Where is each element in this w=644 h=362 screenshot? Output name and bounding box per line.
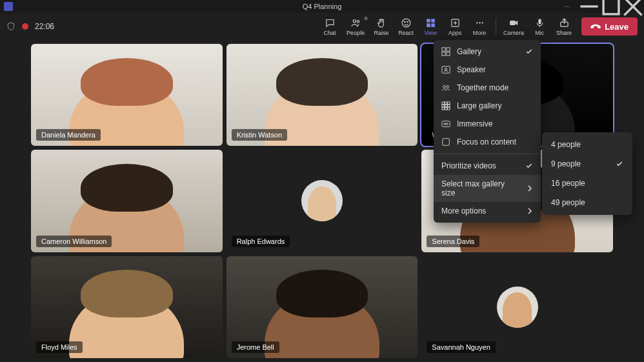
participant-name: Cameron Williamson (36, 236, 112, 247)
gallery-size-label: 4 people (551, 140, 581, 149)
gallery-size-option[interactable]: 16 people (542, 174, 632, 193)
people-button[interactable]: 9 People (342, 14, 369, 39)
view-option-gallery[interactable]: Gallery (434, 43, 541, 61)
focus-icon (441, 137, 450, 146)
mic-icon (534, 17, 545, 28)
minimize-button[interactable] (578, 0, 600, 13)
view-option-label: Prioritize videos (441, 161, 496, 170)
svg-rect-19 (510, 20, 516, 25)
view-option-together[interactable]: Together mode (434, 79, 541, 97)
chevron-right-icon (527, 184, 533, 193)
svg-rect-38 (448, 108, 450, 110)
svg-point-27 (445, 68, 447, 70)
svg-point-5 (357, 20, 359, 23)
svg-point-17 (479, 22, 480, 23)
apps-icon (450, 17, 461, 28)
window-more-icon[interactable]: ⋯ (556, 0, 578, 13)
more-button[interactable]: More (467, 14, 492, 39)
window-controls: ⋯ (556, 0, 644, 13)
maximize-button[interactable] (600, 0, 622, 13)
svg-rect-9 (427, 19, 430, 23)
react-button[interactable]: React (394, 14, 418, 39)
gallery-icon (441, 47, 450, 56)
share-icon (559, 17, 570, 28)
view-option-max-gallery-size[interactable]: Select max gallery size (434, 175, 541, 202)
svg-rect-23 (447, 48, 450, 51)
svg-rect-11 (427, 23, 430, 27)
people-count: 9 (365, 15, 367, 21)
svg-rect-10 (431, 19, 435, 23)
view-icon (425, 17, 436, 28)
participant-name: Daniela Mandera (36, 129, 101, 141)
shield-icon (6, 22, 15, 31)
participant-tile[interactable]: Daniela Mandera (31, 44, 223, 146)
svg-rect-20 (538, 19, 541, 25)
meeting-toolbar: 22:06 Chat 9 People Raise React View App… (0, 13, 644, 40)
chat-icon (325, 17, 336, 28)
camera-icon (508, 17, 519, 28)
gallery-size-option[interactable]: 49 people (542, 193, 632, 212)
check-icon (616, 159, 623, 168)
raise-hand-icon (376, 17, 387, 28)
svg-rect-31 (445, 102, 447, 105)
participant-tile[interactable]: Ralph Edwards (226, 150, 418, 252)
svg-point-40 (444, 123, 446, 125)
people-icon (350, 17, 361, 28)
participant-tile[interactable]: Floyd Miles (31, 256, 223, 358)
camera-label: Camera (503, 30, 524, 36)
react-icon (401, 17, 412, 28)
participant-tile[interactable]: Jerome Bell (226, 256, 418, 358)
check-icon (525, 161, 533, 170)
together-icon (441, 83, 450, 92)
teams-app-icon (4, 2, 13, 11)
leave-button[interactable]: Leave (581, 17, 638, 35)
svg-point-7 (404, 21, 405, 22)
view-button[interactable]: View (418, 14, 443, 39)
large-gallery-icon (441, 101, 450, 110)
participant-tile[interactable]: Cameron Williamson (31, 150, 223, 252)
toolbar-separator (496, 19, 496, 34)
view-option-speaker[interactable]: Speaker (434, 61, 541, 79)
gallery-size-option[interactable]: 9 people (542, 154, 632, 174)
chat-label: Chat (324, 30, 336, 36)
participant-tile[interactable]: Kristin Watson (226, 44, 418, 146)
chevron-right-icon (527, 206, 533, 216)
view-option-more-options[interactable]: More options (434, 202, 541, 220)
svg-rect-36 (442, 108, 445, 110)
recording-indicator-icon (22, 23, 28, 30)
svg-point-6 (402, 19, 410, 27)
svg-point-41 (446, 123, 448, 125)
immersive-icon (441, 119, 450, 128)
gallery-size-option[interactable]: 4 people (542, 135, 632, 154)
view-option-label: Immersive (457, 119, 492, 128)
svg-rect-25 (447, 52, 450, 55)
gallery-size-label: 9 people (551, 159, 581, 168)
share-button[interactable]: Share (552, 14, 576, 39)
close-button[interactable] (622, 0, 644, 13)
chat-button[interactable]: Chat (317, 14, 342, 39)
svg-rect-12 (431, 23, 435, 27)
svg-rect-26 (442, 66, 450, 74)
titlebar: Q4 Planning ⋯ (0, 0, 644, 13)
avatar (301, 180, 343, 221)
svg-rect-1 (603, 0, 619, 14)
participant-tile[interactable]: Savannah Nguyen (421, 256, 613, 358)
view-option-prioritize-videos[interactable]: Prioritize videos (434, 157, 541, 175)
meeting-timer: 22:06 (35, 22, 54, 31)
apps-button[interactable]: Apps (443, 14, 467, 39)
svg-rect-30 (442, 102, 445, 105)
share-label: Share (556, 30, 572, 36)
view-option-focus[interactable]: Focus on content (434, 133, 541, 151)
svg-point-28 (443, 86, 446, 88)
mic-button[interactable]: Mic (527, 14, 552, 39)
participant-name: Savannah Nguyen (427, 341, 496, 353)
view-option-label: Select max gallery size (441, 179, 520, 197)
view-option-immersive[interactable]: Immersive (434, 115, 541, 133)
camera-button[interactable]: Camera (500, 14, 527, 39)
svg-rect-32 (448, 102, 450, 105)
view-option-large-gallery[interactable]: Large gallery (434, 97, 541, 115)
view-option-label: Speaker (457, 65, 486, 74)
phone-icon (589, 19, 603, 34)
raise-hand-button[interactable]: Raise (369, 14, 394, 39)
more-icon (474, 17, 485, 28)
